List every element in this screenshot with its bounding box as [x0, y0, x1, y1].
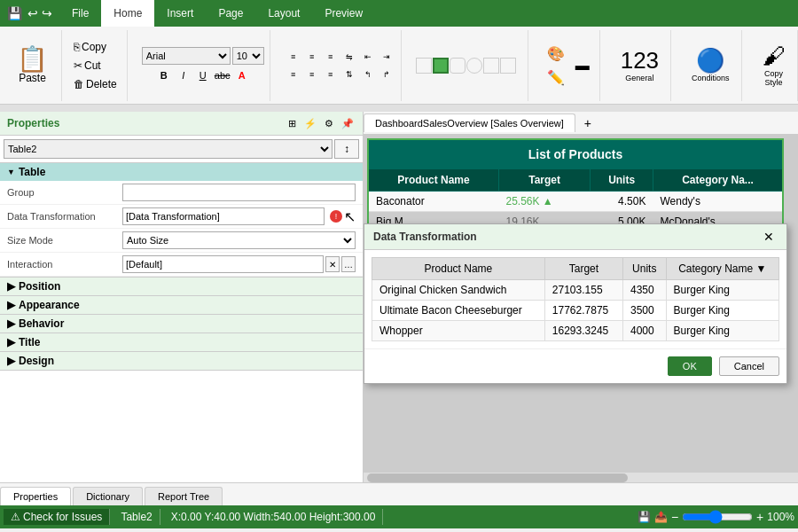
- paste-label: Paste: [19, 72, 46, 84]
- shape-rounded[interactable]: [450, 58, 466, 74]
- prop-lightning-icon[interactable]: ⚡: [302, 115, 318, 131]
- dt-row: Ultimate Bacon Cheeseburger 17762.7875 3…: [372, 301, 779, 321]
- data-transform-input[interactable]: [122, 207, 325, 225]
- zoom-slider[interactable]: [682, 510, 753, 524]
- menu-insert[interactable]: Insert: [154, 0, 206, 27]
- save-page-icon[interactable]: 💾: [638, 511, 651, 523]
- underline-button[interactable]: U: [194, 66, 212, 84]
- dialog-footer: OK Cancel: [364, 348, 786, 383]
- interaction-row: Interaction ✕ …: [0, 253, 363, 277]
- border-style-button[interactable]: ▬: [571, 55, 594, 76]
- behavior-label: Behavior: [19, 317, 64, 330]
- color-group: 🎨 ✏️ ▬: [537, 30, 600, 101]
- data-transform-dialog: Data Transformation ✕ Product Name Targe…: [364, 223, 787, 384]
- font-color-button[interactable]: A: [233, 66, 251, 84]
- align-top-left[interactable]: ≡: [285, 49, 302, 65]
- table-title: List of Products: [368, 139, 783, 169]
- tab-add-button[interactable]: +: [577, 113, 598, 134]
- align-mid-center[interactable]: ≡: [303, 66, 321, 82]
- group-label: Group: [7, 187, 122, 198]
- copy-style-button[interactable]: 🖌 Copy Style: [756, 40, 792, 91]
- title-arrow-icon: ▶: [7, 336, 15, 348]
- align-top-right[interactable]: ≡: [322, 49, 340, 65]
- bottom-tab-dictionary[interactable]: Dictionary: [73, 487, 143, 505]
- dialog-close-button[interactable]: ✕: [760, 230, 778, 244]
- bottom-tab-properties[interactable]: Properties: [0, 487, 71, 505]
- bottom-tab-report-tree[interactable]: Report Tree: [145, 487, 223, 505]
- interaction-clear-btn[interactable]: ✕: [325, 256, 340, 272]
- copy-button[interactable]: ⎘ Copy: [69, 38, 121, 56]
- menu-home[interactable]: Home: [101, 0, 154, 27]
- prop-grid-icon[interactable]: ⊞: [284, 115, 300, 131]
- font-select[interactable]: Arial: [142, 47, 231, 65]
- toolbar-scrollbar[interactable]: [0, 105, 798, 112]
- align-distribute-h[interactable]: ⇋: [340, 49, 358, 65]
- shape-line[interactable]: [483, 58, 499, 74]
- dialog-header: Data Transformation ✕: [364, 224, 786, 250]
- menu-layout[interactable]: Layout: [255, 0, 312, 27]
- report-content: List of Products Product Name Target Uni…: [364, 135, 798, 472]
- prop-settings-icon[interactable]: ⚙: [321, 115, 337, 131]
- bottom-tabs: Properties Dictionary Report Tree: [0, 482, 798, 505]
- strikethrough-button[interactable]: abc: [214, 66, 231, 84]
- horizontal-scrollbar[interactable]: [367, 473, 628, 482]
- transform-table: Product Name Target Units Category Name …: [372, 257, 779, 341]
- cut-button[interactable]: ✂ Cut: [69, 57, 121, 74]
- group-input[interactable]: [122, 184, 356, 201]
- bold-button[interactable]: B: [155, 66, 173, 84]
- align-distribute-v[interactable]: ⇅: [340, 66, 358, 82]
- prop-pin-icon[interactable]: 📌: [340, 115, 356, 131]
- dialog-ok-button[interactable]: OK: [668, 356, 712, 376]
- shape-rect-filled[interactable]: [433, 58, 449, 74]
- interaction-input[interactable]: [122, 255, 324, 273]
- tab-bar: DashboardSalesOverview [Sales Overview] …: [364, 112, 798, 135]
- shape-rect[interactable]: [416, 58, 432, 74]
- menu-bar: 💾 ↩ ↪ File Home Insert Page Layout Previ…: [0, 0, 798, 27]
- copy-style-icon: 🖌: [763, 44, 786, 67]
- shape-round[interactable]: [466, 58, 482, 74]
- delete-icon: 🗑: [74, 78, 84, 90]
- italic-button[interactable]: I: [175, 66, 192, 84]
- sort-button[interactable]: ↕: [334, 139, 359, 159]
- align-indent-right[interactable]: ⇥: [378, 49, 395, 65]
- font-size-select[interactable]: 10: [232, 47, 264, 65]
- report-tab-sales[interactable]: DashboardSalesOverview [Sales Overview]: [364, 113, 575, 132]
- interaction-more-btn[interactable]: …: [341, 256, 356, 272]
- size-mode-select[interactable]: Auto Size: [122, 231, 356, 249]
- table-section-header[interactable]: ▼ Table: [0, 163, 363, 181]
- zoom-out-button[interactable]: −: [671, 510, 678, 524]
- general-button[interactable]: 123 General: [614, 44, 665, 87]
- align-top-center[interactable]: ≡: [303, 49, 321, 65]
- fill-color-button[interactable]: 🎨: [543, 43, 569, 65]
- export-icon[interactable]: 📤: [654, 511, 668, 523]
- shape-diag[interactable]: [500, 58, 516, 74]
- col-product: Product Name: [368, 169, 498, 192]
- menu-page[interactable]: Page: [206, 0, 255, 27]
- delete-button[interactable]: 🗑 Delete: [69, 75, 121, 93]
- title-section[interactable]: ▶ Title: [0, 333, 363, 352]
- clipboard-group: ⎘ Copy ✂ Cut 🗑 Delete: [64, 30, 128, 101]
- appearance-section[interactable]: ▶ Appearance: [0, 296, 363, 315]
- dialog-cancel-button[interactable]: Cancel: [719, 356, 779, 376]
- zoom-in-button[interactable]: +: [756, 510, 763, 524]
- position-section[interactable]: ▶ Position: [0, 278, 363, 296]
- col-units: Units: [591, 169, 653, 192]
- border-color-button[interactable]: ✏️: [543, 66, 569, 89]
- design-section[interactable]: ▶ Design: [0, 352, 363, 371]
- paste-button[interactable]: 📋 Paste: [9, 43, 56, 89]
- menu-preview[interactable]: Preview: [312, 0, 375, 27]
- table-row: Baconator 25.56K ▲ 4.50K Wendy's: [368, 192, 783, 212]
- align-mid-right[interactable]: ≡: [322, 66, 340, 82]
- align-indent-left[interactable]: ⇤: [359, 49, 377, 65]
- check-issues-button[interactable]: ⚠ Check for Issues: [4, 509, 110, 525]
- align-rtl[interactable]: ↰: [359, 66, 377, 82]
- table-section-label: Table: [19, 166, 45, 178]
- align-ltr[interactable]: ↱: [378, 66, 395, 82]
- dialog-title: Data Transformation: [373, 231, 477, 243]
- behavior-section[interactable]: ▶ Behavior: [0, 315, 363, 333]
- align-mid-left[interactable]: ≡: [285, 66, 302, 82]
- data-transform-label: Data Transformation: [7, 211, 122, 222]
- conditions-button[interactable]: 🔵 Conditions: [685, 44, 736, 87]
- component-selector[interactable]: Table2: [4, 139, 332, 159]
- menu-file[interactable]: File: [59, 0, 101, 27]
